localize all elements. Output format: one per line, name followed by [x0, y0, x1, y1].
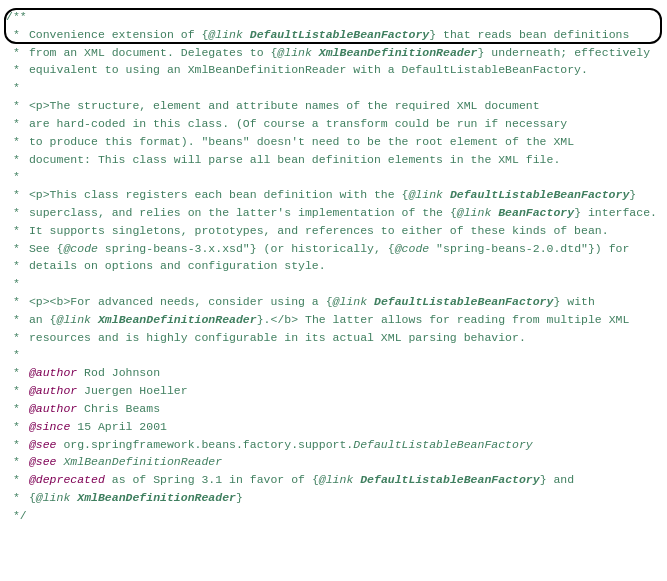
comment-text-span: [22, 453, 29, 471]
code-line: *: [6, 346, 661, 364]
comment-text-span: as of Spring 3.1 in favor of: [105, 471, 312, 489]
comment-text-span: underneath; effectively: [484, 44, 650, 62]
line-prefix: *: [6, 346, 22, 364]
code-line: * {@link XmlBeanDefinitionReader}: [6, 489, 661, 507]
code-line: * to produce this format). "beans" doesn…: [6, 133, 661, 151]
code-line: * @see org.springframework.beans.factory…: [6, 436, 661, 454]
comment-text-span: See: [22, 240, 57, 258]
code-line: /**: [6, 8, 661, 26]
comment-text-span: The latter allows for reading from multi…: [298, 311, 629, 329]
comment-text-span: interface.: [581, 204, 657, 222]
comment-text-span: }: [553, 293, 560, 311]
code-line: * @author Chris Beams: [6, 400, 661, 418]
code-line: * details on options and configuration s…: [6, 257, 661, 275]
comment-text-span: }: [429, 26, 436, 44]
comment-text-span: equivalent to using an XmlBeanDefinition…: [22, 61, 588, 79]
at-author-tag: @since: [29, 418, 70, 436]
comment-text-span: Chris Beams: [77, 400, 160, 418]
line-prefix: *: [6, 61, 22, 79]
bold-link-text: XmlBeanDefinitionReader: [319, 44, 478, 62]
comment-text-span: {: [50, 311, 57, 329]
at-link-tag: @link: [319, 471, 354, 489]
at-link-tag: @link: [457, 204, 492, 222]
comment-text-span: are hard-coded in this class. (Of course…: [22, 115, 567, 133]
code-line: * an {@link XmlBeanDefinitionReader}.</b…: [6, 311, 661, 329]
code-line: *: [6, 168, 661, 186]
code-line: * superclass, and relies on the latter's…: [6, 204, 661, 222]
comment-text-span: [243, 26, 250, 44]
line-prefix: *: [6, 222, 22, 240]
comment-text-span: (or historically,: [257, 240, 388, 258]
line-prefix: *: [6, 133, 22, 151]
at-link-tag: @link: [408, 186, 443, 204]
line-prefix: *: [6, 471, 22, 489]
bold-link-text: DefaultListableBeanFactory: [250, 26, 429, 44]
at-author-tag: @see: [29, 436, 57, 454]
code-line: * @author Rod Johnson: [6, 364, 661, 382]
comment-text-span: {: [402, 186, 409, 204]
at-author-tag: @see: [29, 453, 57, 471]
line-prefix: *: [6, 311, 22, 329]
bold-link-text: DefaultListableBeanFactory: [450, 186, 629, 204]
code-line: * are hard-coded in this class. (Of cour…: [6, 115, 661, 133]
comment-text-span: Juergen Hoeller: [77, 382, 187, 400]
comment-text-span: {: [57, 240, 64, 258]
line-prefix: *: [6, 489, 22, 507]
comment-text-span: details on options and configuration sty…: [22, 257, 326, 275]
at-link-tag: @code: [63, 240, 98, 258]
comment-text-span: <p><b>For advanced needs, consider using…: [22, 293, 326, 311]
comment-text-span: "spring-beans-2.0.dtd"}): [429, 240, 602, 258]
line-prefix: *: [6, 204, 22, 222]
comment-text-span: document: This class will parse all bean…: [22, 151, 560, 169]
comment-text-span: {: [270, 44, 277, 62]
line-prefix: *: [6, 418, 22, 436]
comment-text-span: superclass, and relies on the latter's i…: [22, 204, 450, 222]
italic-link-text: XmlBeanDefinitionReader: [63, 453, 222, 471]
comment-text-span: <p>This class registers each bean defini…: [22, 186, 402, 204]
comment-text-span: {: [29, 489, 36, 507]
code-line: * @deprecated as of Spring 3.1 in favor …: [6, 471, 661, 489]
at-author-tag: @author: [29, 364, 77, 382]
comment-text-span: It supports singletons, prototypes, and …: [22, 222, 609, 240]
comment-text-span: {: [450, 204, 457, 222]
comment-text-span: [22, 471, 29, 489]
code-line: * document: This class will parse all be…: [6, 151, 661, 169]
code-line: * <p>This class registers each bean defi…: [6, 186, 661, 204]
bold-link-text: XmlBeanDefinitionReader: [98, 311, 257, 329]
comment-text-span: [91, 311, 98, 329]
line-prefix: *: [6, 293, 22, 311]
line-prefix: *: [6, 382, 22, 400]
italic-link-text: DefaultListableBeanFactory: [353, 436, 532, 454]
comment-text-span: [443, 186, 450, 204]
comment-text-span: to produce this format). "beans" doesn't…: [22, 133, 574, 151]
at-link-tag: @link: [333, 293, 368, 311]
line-prefix: *: [6, 26, 22, 44]
comment-text-span: [312, 44, 319, 62]
code-line: */: [6, 507, 661, 525]
comment-text-span: 15 April 2001: [70, 418, 167, 436]
comment-text-span: with: [560, 293, 595, 311]
comment-text-span: [491, 204, 498, 222]
line-prefix: *: [6, 453, 22, 471]
line-prefix: *: [6, 257, 22, 275]
comment-text-span: Rod Johnson: [77, 364, 160, 382]
comment-text-span: that reads bean definitions: [436, 26, 629, 44]
line-prefix: */: [6, 507, 27, 525]
code-line: *: [6, 275, 661, 293]
at-author-tag: @author: [29, 382, 77, 400]
comment-text-span: <p>The structure, element and attribute …: [22, 97, 540, 115]
comment-text-span: [367, 293, 374, 311]
comment-text-span: Convenience extension of: [22, 26, 201, 44]
line-prefix: *: [6, 168, 22, 186]
bold-link-text: DefaultListableBeanFactory: [374, 293, 553, 311]
comment-text-span: spring-beans-3.x.xsd"}: [98, 240, 257, 258]
line-prefix: *: [6, 400, 22, 418]
comment-text-span: [353, 471, 360, 489]
comment-text-span: org.springframework.beans.factory.suppor…: [57, 436, 354, 454]
code-line: * from an XML document. Delegates to {@l…: [6, 44, 661, 62]
code-line: * <p><b>For advanced needs, consider usi…: [6, 293, 661, 311]
code-line: * <p>The structure, element and attribut…: [6, 97, 661, 115]
line-prefix: *: [6, 44, 22, 62]
line-prefix: *: [6, 436, 22, 454]
at-link-tag: @link: [57, 311, 92, 329]
